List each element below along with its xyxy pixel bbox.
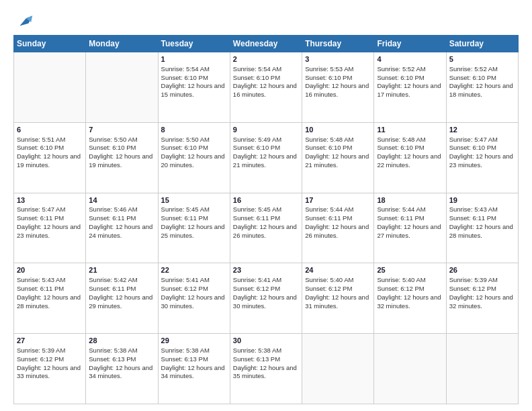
day-cell: 5Sunrise: 5:52 AMSunset: 6:10 PMDaylight… <box>446 52 518 123</box>
day-number: 11 <box>377 125 443 135</box>
week-row-4: 20Sunrise: 5:43 AMSunset: 6:11 PMDayligh… <box>14 263 519 334</box>
day-info: Sunrise: 5:38 AM <box>161 347 227 355</box>
day-cell: 23Sunrise: 5:41 AMSunset: 6:12 PMDayligh… <box>230 263 302 334</box>
day-info: Daylight: 12 hours and 28 minutes. <box>17 293 83 311</box>
day-cell <box>302 334 374 404</box>
day-info: Daylight: 12 hours and 32 minutes. <box>377 293 443 311</box>
day-number: 20 <box>17 265 83 275</box>
day-info: Sunset: 6:10 PM <box>377 144 443 152</box>
day-info: Sunset: 6:12 PM <box>17 355 83 364</box>
day-info: Sunrise: 5:54 AM <box>161 65 227 74</box>
day-info: Sunrise: 5:50 AM <box>89 136 154 144</box>
day-number: 13 <box>17 195 83 205</box>
day-number: 8 <box>161 125 227 135</box>
day-cell: 11Sunrise: 5:48 AMSunset: 6:10 PMDayligh… <box>374 122 446 193</box>
day-info: Daylight: 12 hours and 18 minutes. <box>449 82 515 99</box>
day-info: Daylight: 12 hours and 19 minutes. <box>17 152 83 170</box>
calendar-table: SundayMondayTuesdayWednesdayThursdayFrid… <box>13 35 519 404</box>
day-number: 2 <box>233 54 299 64</box>
day-number: 12 <box>449 125 515 135</box>
header-row: SundayMondayTuesdayWednesdayThursdayFrid… <box>14 36 519 52</box>
day-info: Sunrise: 5:47 AM <box>449 136 515 144</box>
day-cell: 7Sunrise: 5:50 AMSunset: 6:10 PMDaylight… <box>86 122 158 193</box>
day-info: Sunset: 6:11 PM <box>305 214 371 223</box>
day-cell: 10Sunrise: 5:48 AMSunset: 6:10 PMDayligh… <box>302 122 374 193</box>
day-info: Sunrise: 5:52 AM <box>449 65 515 74</box>
day-cell: 17Sunrise: 5:44 AMSunset: 6:11 PMDayligh… <box>302 193 374 263</box>
day-cell <box>446 334 518 404</box>
week-row-2: 6Sunrise: 5:51 AMSunset: 6:10 PMDaylight… <box>14 122 519 193</box>
day-info: Sunrise: 5:42 AM <box>89 276 154 285</box>
day-info: Sunset: 6:10 PM <box>449 144 515 152</box>
day-number: 9 <box>233 125 299 135</box>
week-row-3: 13Sunrise: 5:47 AMSunset: 6:11 PMDayligh… <box>14 193 519 263</box>
day-info: Daylight: 12 hours and 21 minutes. <box>233 152 299 170</box>
day-info: Sunset: 6:12 PM <box>233 285 299 293</box>
col-header-monday: Monday <box>86 36 158 52</box>
day-info: Daylight: 12 hours and 34 minutes. <box>89 364 154 381</box>
day-number: 17 <box>305 195 371 205</box>
day-cell: 19Sunrise: 5:43 AMSunset: 6:11 PMDayligh… <box>446 193 518 263</box>
day-info: Sunset: 6:13 PM <box>89 355 154 364</box>
day-number: 1 <box>161 54 227 64</box>
day-info: Daylight: 12 hours and 24 minutes. <box>89 223 154 240</box>
day-info: Sunset: 6:11 PM <box>17 285 83 293</box>
day-number: 15 <box>161 195 227 205</box>
day-info: Daylight: 12 hours and 23 minutes. <box>17 223 83 240</box>
day-info: Sunset: 6:10 PM <box>161 144 227 152</box>
day-cell: 25Sunrise: 5:40 AMSunset: 6:12 PMDayligh… <box>374 263 446 334</box>
day-number: 14 <box>89 195 154 205</box>
col-header-thursday: Thursday <box>302 36 374 52</box>
day-number: 24 <box>305 265 371 275</box>
day-info: Sunset: 6:12 PM <box>377 285 443 293</box>
day-cell <box>14 52 86 123</box>
day-info: Daylight: 12 hours and 23 minutes. <box>449 152 515 170</box>
day-info: Sunrise: 5:40 AM <box>377 276 443 285</box>
day-cell: 12Sunrise: 5:47 AMSunset: 6:10 PMDayligh… <box>446 122 518 193</box>
day-cell: 3Sunrise: 5:53 AMSunset: 6:10 PMDaylight… <box>302 52 374 123</box>
day-cell: 13Sunrise: 5:47 AMSunset: 6:11 PMDayligh… <box>14 193 86 263</box>
day-number: 25 <box>377 265 443 275</box>
day-info: Sunset: 6:11 PM <box>377 214 443 223</box>
day-cell: 29Sunrise: 5:38 AMSunset: 6:13 PMDayligh… <box>158 334 230 404</box>
day-info: Daylight: 12 hours and 33 minutes. <box>17 364 83 381</box>
day-info: Sunrise: 5:48 AM <box>305 136 371 144</box>
day-info: Daylight: 12 hours and 34 minutes. <box>161 364 227 381</box>
day-info: Daylight: 12 hours and 27 minutes. <box>377 223 443 240</box>
logo-bird-icon <box>15 12 34 31</box>
day-cell <box>86 52 158 123</box>
day-info: Daylight: 12 hours and 22 minutes. <box>377 152 443 170</box>
day-info: Sunrise: 5:52 AM <box>377 65 443 74</box>
day-info: Sunset: 6:10 PM <box>449 74 515 83</box>
day-info: Sunrise: 5:44 AM <box>305 205 371 214</box>
day-info: Sunset: 6:13 PM <box>233 355 299 364</box>
day-cell: 15Sunrise: 5:45 AMSunset: 6:11 PMDayligh… <box>158 193 230 263</box>
day-info: Daylight: 12 hours and 26 minutes. <box>305 223 371 240</box>
day-number: 3 <box>305 54 371 64</box>
col-header-sunday: Sunday <box>14 36 86 52</box>
day-cell: 9Sunrise: 5:49 AMSunset: 6:10 PMDaylight… <box>230 122 302 193</box>
day-info: Sunset: 6:13 PM <box>161 355 227 364</box>
day-info: Daylight: 12 hours and 16 minutes. <box>305 82 371 99</box>
day-number: 18 <box>377 195 443 205</box>
day-number: 29 <box>161 336 227 346</box>
day-cell: 24Sunrise: 5:40 AMSunset: 6:12 PMDayligh… <box>302 263 374 334</box>
day-number: 30 <box>233 336 299 346</box>
day-number: 23 <box>233 265 299 275</box>
day-info: Daylight: 12 hours and 16 minutes. <box>233 82 299 99</box>
day-info: Daylight: 12 hours and 28 minutes. <box>449 223 515 240</box>
day-info: Sunrise: 5:38 AM <box>89 347 154 355</box>
day-info: Sunset: 6:10 PM <box>89 144 154 152</box>
logo <box>13 12 34 28</box>
day-cell: 4Sunrise: 5:52 AMSunset: 6:10 PMDaylight… <box>374 52 446 123</box>
day-number: 5 <box>449 54 515 64</box>
day-number: 27 <box>17 336 83 346</box>
day-info: Daylight: 12 hours and 17 minutes. <box>377 82 443 99</box>
day-cell: 6Sunrise: 5:51 AMSunset: 6:10 PMDaylight… <box>14 122 86 193</box>
day-info: Sunrise: 5:47 AM <box>17 205 83 214</box>
day-info: Daylight: 12 hours and 19 minutes. <box>89 152 154 170</box>
day-cell: 22Sunrise: 5:41 AMSunset: 6:12 PMDayligh… <box>158 263 230 334</box>
day-number: 6 <box>17 125 83 135</box>
day-info: Sunrise: 5:43 AM <box>449 205 515 214</box>
col-header-tuesday: Tuesday <box>158 36 230 52</box>
